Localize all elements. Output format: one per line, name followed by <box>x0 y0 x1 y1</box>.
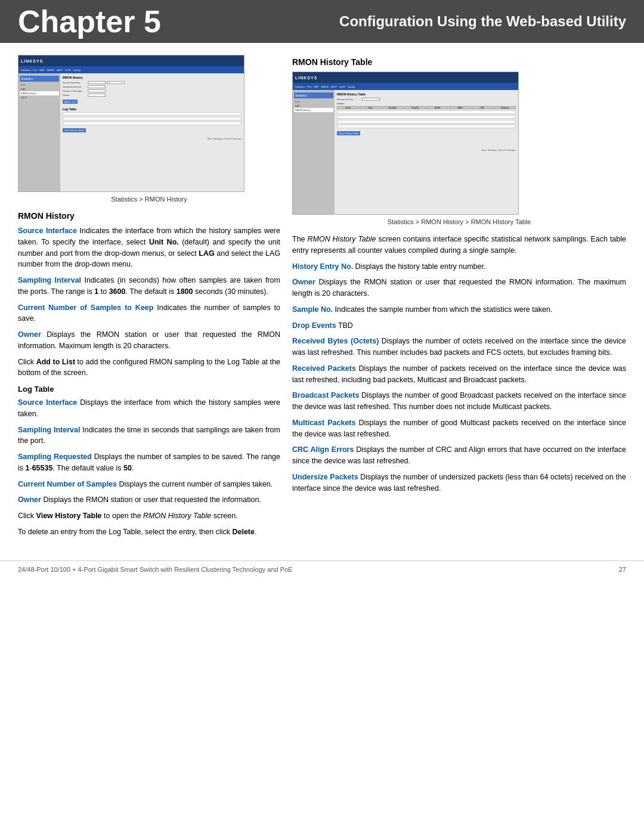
current-samples-para: Current Number of Samples to Keep Indica… <box>18 302 280 325</box>
log-table-heading: Log Table <box>18 385 280 394</box>
page-footer: 24/48-Port 10/100 + 4-Port Gigabit Smart… <box>0 561 644 578</box>
drop-events-para: Drop Events TBD <box>292 320 626 332</box>
crc-align-errors-term: CRC Align Errors <box>292 445 354 454</box>
sample-no-text: Indicates the sample number from which t… <box>335 305 553 314</box>
footer-left: 24/48-Port 10/100 + 4-Port Gigabit Smart… <box>18 566 293 573</box>
source-interface-para: Source Interface Indicates the interface… <box>18 225 280 270</box>
broadcast-packets-para: Broadcast Packets Displays the number of… <box>292 390 626 413</box>
sample-no-para: Sample No. Indicates the sample number f… <box>292 304 626 315</box>
log-sampling-requested-para: Sampling Requested Displays the number o… <box>18 451 280 474</box>
chapter-title: Configuration Using the Web-based Utilit… <box>179 13 626 30</box>
screenshot-right-caption: Statistics > RMON History > RMON HIstory… <box>292 218 626 225</box>
received-packets-term: Received Packets <box>292 364 356 373</box>
sampling-interval-para: Sampling Interval Indicates (in seconds)… <box>18 275 280 298</box>
undersize-packets-term: Undersize Packets <box>292 473 358 481</box>
chapter-label: Chapter 5 <box>18 6 161 37</box>
log-current-samples-para: Current Number of Samples Displays the c… <box>18 479 280 490</box>
log-current-samples-text: Displays the current number of samples t… <box>119 480 273 488</box>
received-bytes-para: Received Bytes (Octets) Displays the num… <box>292 336 626 358</box>
rmon-history-table-heading: RMON History Table <box>292 57 626 67</box>
rt-owner-term: Owner <box>292 278 315 286</box>
log-source-interface-para: Source Interface Displays the interface … <box>18 397 280 420</box>
log-owner-term: Owner <box>18 496 41 504</box>
source-interface-term: Source Interface <box>18 227 77 235</box>
owner-para: Owner Displays the RMON station or user … <box>18 329 280 352</box>
owner-term: Owner <box>18 330 41 339</box>
owner-text: Displays the RMON station or user that r… <box>18 330 280 350</box>
log-owner-text: Displays the RMON station or user that r… <box>43 496 261 504</box>
log-sampling-interval-term: Sampling Interval <box>18 426 80 434</box>
crc-align-errors-para: CRC Align Errors Displays the number of … <box>292 444 626 467</box>
multicast-packets-para: Multicast Packets Displays the number of… <box>292 417 626 440</box>
log-sampling-requested-term: Sampling Requested <box>18 453 92 461</box>
sample-no-term: Sample No. <box>292 305 333 314</box>
multicast-packets-term: Multicast Packets <box>292 419 355 427</box>
sampling-interval-term: Sampling Interval <box>18 276 81 284</box>
rt-owner-para: Owner Displays the RMON station or user … <box>292 277 626 299</box>
history-entry-no-text: Displays the history table entry number. <box>355 262 486 271</box>
drop-events-text: TBD <box>338 321 353 330</box>
add-to-list-para: Click Add to List to add the configured … <box>18 357 280 379</box>
rt-owner-text: Displays the RMON station or user that r… <box>292 278 626 298</box>
log-owner-para: Owner Displays the RMON station or user … <box>18 494 280 506</box>
current-samples-term: Current Number of Samples to Keep <box>18 304 153 312</box>
received-packets-para: Received Packets Displays the number of … <box>292 363 626 386</box>
history-entry-no-para: History Entry No. Displays the history t… <box>292 261 626 272</box>
undersize-packets-para: Undersize Packets Displays the number of… <box>292 472 626 494</box>
screenshot-rmon-history: LINKSYS Statistics Port EAP RMON LACP LL… <box>18 55 244 192</box>
left-column: LINKSYS Statistics Port EAP RMON LACP LL… <box>18 55 280 543</box>
footer-right: 27 <box>619 566 626 573</box>
received-bytes-term: Received Bytes (Octets) <box>292 337 379 345</box>
delete-para: To delete an entry from the Log Table, s… <box>18 527 280 538</box>
history-entry-no-term: History Entry No. <box>292 262 353 271</box>
screenshot-rmon-history-table: LINKSYS Statistics Port EAP RMON LACP LL… <box>292 72 519 215</box>
page-content: LINKSYS Statistics Port EAP RMON LACP LL… <box>0 43 644 555</box>
rmon-table-intro: The RMON History Table screen contains i… <box>292 234 626 256</box>
right-column: RMON History Table LINKSYS Statistics Po… <box>292 55 626 543</box>
log-current-samples-term: Current Number of Samples <box>18 480 117 488</box>
log-sampling-interval-para: Sampling Interval Indicates the time in … <box>18 425 280 447</box>
drop-events-term: Drop Events <box>292 321 336 330</box>
rmon-history-heading: RMON History <box>18 211 280 221</box>
page-header: Chapter 5 Configuration Using the Web-ba… <box>0 0 644 43</box>
log-source-interface-term: Source Interface <box>18 398 77 407</box>
broadcast-packets-term: Broadcast Packets <box>292 391 359 400</box>
view-history-para: Click View History Table to open the RMO… <box>18 510 280 522</box>
screenshot-left-caption: Statistics > RMON History <box>18 196 280 203</box>
